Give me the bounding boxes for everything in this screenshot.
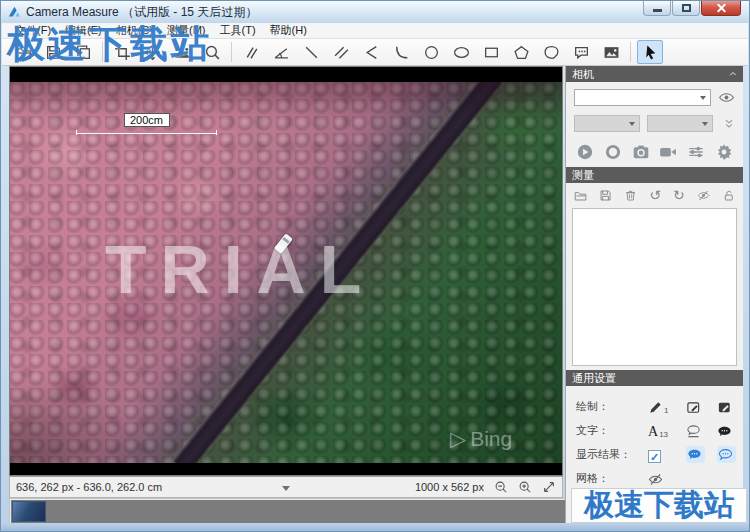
ellipse-icon bbox=[453, 44, 470, 61]
toolbar-separator bbox=[630, 42, 631, 62]
unlock-icon[interactable] bbox=[722, 188, 735, 203]
close-button[interactable] bbox=[701, 1, 741, 16]
measurement-annotation[interactable]: 200cm bbox=[76, 113, 217, 134]
camera-section-body bbox=[566, 82, 743, 167]
grid-label: 网格： bbox=[576, 471, 648, 486]
tool-pentagon-button[interactable] bbox=[508, 40, 534, 64]
trial-watermark: TRIAL bbox=[105, 230, 375, 308]
site-watermark-text: 极速下载站 bbox=[584, 485, 734, 526]
bing-triangle-icon: ▷ bbox=[450, 427, 466, 451]
adjustments-sliders-button[interactable] bbox=[687, 143, 705, 161]
line-icon bbox=[303, 44, 320, 61]
site-watermark-top: 极速下载站 bbox=[7, 19, 212, 70]
show-results-checkbox[interactable]: ✓ bbox=[648, 450, 661, 463]
save-measurements-button[interactable] bbox=[599, 188, 612, 203]
window-controls bbox=[642, 1, 741, 16]
status-bar: 636, 262 px - 636.0, 262.0 cm 1000 x 562… bbox=[9, 476, 563, 498]
label-bubble-filled-icon[interactable] bbox=[717, 424, 732, 439]
undo-icon[interactable]: ↺ bbox=[649, 188, 661, 203]
tool-hatch-measure-button[interactable] bbox=[238, 40, 264, 64]
snapshot-camera-button[interactable] bbox=[632, 143, 650, 161]
setting-row-show-results: 显示结果： ✓ bbox=[576, 442, 743, 466]
measurement-label: 200cm bbox=[124, 113, 170, 127]
tool-circle-button[interactable] bbox=[418, 40, 444, 64]
camera-device-select[interactable] bbox=[574, 89, 711, 106]
settings-section-header[interactable]: 通用设置 bbox=[566, 370, 743, 386]
chevron-down-icon bbox=[629, 122, 635, 126]
result-bubble-filled-icon[interactable] bbox=[687, 447, 702, 462]
measure-section-header[interactable]: 测量 bbox=[566, 167, 743, 183]
edit-style-filled-icon[interactable] bbox=[717, 400, 732, 415]
aerial-forest-photo: TRIAL ▷ Bing 200cm bbox=[10, 82, 562, 463]
thumbnail-strip bbox=[9, 498, 585, 525]
minimize-button[interactable] bbox=[643, 1, 671, 16]
camera-section-header[interactable]: 相机 bbox=[566, 66, 743, 82]
measure-toolbar: ↺ ↻ bbox=[566, 183, 743, 207]
delete-measurement-button[interactable] bbox=[624, 188, 637, 203]
minimize-icon bbox=[653, 9, 662, 12]
settings-section-title: 通用设置 bbox=[572, 372, 616, 384]
thumbnail-track bbox=[11, 500, 583, 523]
menu-help[interactable]: 帮助(H) bbox=[263, 22, 314, 39]
measure-section-title: 测量 bbox=[572, 169, 594, 181]
tool-vee-angle-button[interactable] bbox=[358, 40, 384, 64]
double-chevron-down-icon[interactable] bbox=[723, 118, 735, 130]
tool-comment-button[interactable] bbox=[568, 40, 594, 64]
measurement-line bbox=[76, 129, 217, 134]
camera-preview-eye-icon[interactable] bbox=[718, 89, 735, 106]
window-title: Camera Measure （试用版 - 15 天后过期） bbox=[26, 4, 257, 21]
polygon-blob-icon bbox=[543, 44, 560, 61]
tool-ellipse-button[interactable] bbox=[448, 40, 474, 64]
video-record-button[interactable] bbox=[659, 143, 677, 161]
label-bubble-underline-icon[interactable] bbox=[686, 424, 701, 439]
pentagon-icon bbox=[513, 44, 530, 61]
tool-picture-note-button[interactable] bbox=[598, 40, 624, 64]
redo-icon[interactable]: ↻ bbox=[673, 188, 685, 203]
tool-line-button[interactable] bbox=[298, 40, 324, 64]
image-size-readout: 1000 x 562 px bbox=[415, 481, 484, 493]
record-button[interactable] bbox=[604, 143, 622, 161]
menu-tools[interactable]: 工具(T) bbox=[213, 22, 263, 39]
pencil-icon[interactable] bbox=[648, 400, 663, 415]
chevron-up-icon[interactable] bbox=[728, 69, 738, 79]
chevron-down-icon bbox=[702, 122, 708, 126]
tool-polygon-blob-button[interactable] bbox=[538, 40, 564, 64]
picture-icon bbox=[603, 44, 620, 61]
cursor-arrow-icon bbox=[642, 44, 659, 61]
camera-format-select[interactable] bbox=[647, 115, 713, 132]
app-logo-icon bbox=[7, 5, 21, 19]
open-measurements-button[interactable] bbox=[574, 188, 587, 203]
side-panel: 相机 bbox=[565, 66, 743, 525]
show-results-label: 显示结果： bbox=[576, 447, 648, 462]
tool-rectangle-button[interactable] bbox=[478, 40, 504, 64]
fit-to-window-icon[interactable] bbox=[542, 480, 556, 494]
capture-thumbnail[interactable] bbox=[12, 501, 46, 522]
tool-parallel-lines-button[interactable] bbox=[328, 40, 354, 64]
maximize-button[interactable] bbox=[672, 1, 700, 16]
camera-settings-gear-button[interactable] bbox=[715, 143, 733, 161]
visibility-eye-off-icon[interactable] bbox=[697, 188, 710, 203]
result-bubble-outline-icon[interactable] bbox=[718, 447, 733, 462]
angle-icon bbox=[273, 44, 290, 61]
arc-icon bbox=[393, 44, 410, 61]
rectangle-icon bbox=[483, 44, 500, 61]
edit-style-outline-icon[interactable] bbox=[686, 400, 701, 415]
tool-select-arrow-button[interactable] bbox=[637, 40, 663, 64]
zoom-out-icon[interactable] bbox=[494, 480, 508, 494]
image-canvas[interactable]: TRIAL ▷ Bing 200cm bbox=[9, 66, 563, 476]
parallel-lines-icon bbox=[333, 44, 350, 61]
site-watermark-bottom: 极速下载站 bbox=[571, 488, 747, 523]
camera-resolution-select[interactable] bbox=[574, 115, 640, 132]
tool-angle-button[interactable] bbox=[268, 40, 294, 64]
vee-angle-icon bbox=[363, 44, 380, 61]
hatch-lines-icon bbox=[243, 44, 260, 61]
play-button[interactable] bbox=[576, 143, 594, 161]
text-label: 文字： bbox=[576, 423, 648, 438]
font-size-badge: 13 bbox=[659, 430, 668, 439]
tool-arc-button[interactable] bbox=[388, 40, 414, 64]
font-letter-icon[interactable]: A bbox=[648, 425, 658, 439]
zoom-in-icon[interactable] bbox=[518, 480, 532, 494]
setting-row-text: 文字： A13 bbox=[576, 418, 743, 442]
panel-collapse-arrow-icon[interactable] bbox=[282, 486, 290, 491]
measurement-list[interactable] bbox=[572, 208, 737, 366]
